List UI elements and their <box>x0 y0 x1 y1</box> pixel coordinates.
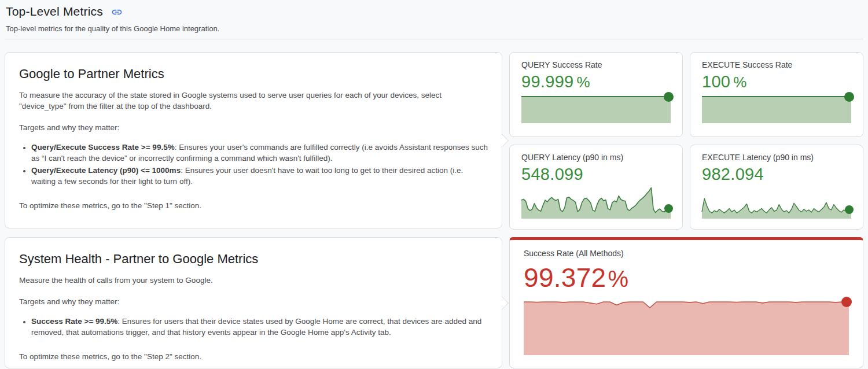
sparkline-chart <box>702 185 851 219</box>
metric-label: EXECUTE Success Rate <box>702 60 851 69</box>
card-intro-text: Measure the health of calls from your sy… <box>19 275 488 286</box>
targets-label: Targets and why they matter: <box>19 296 488 307</box>
dashboard-body: Google to Partner Metrics To measure the… <box>5 52 863 368</box>
sparkline-chart <box>521 97 671 123</box>
metric-number: 99.372 <box>524 262 606 293</box>
target-item: Success Rate >= 99.5%: Ensures for users… <box>31 316 488 338</box>
header-divider <box>5 39 863 39</box>
optimize-hint: To optimize these metrics, go to the "St… <box>19 200 488 211</box>
targets-label: Targets and why they matter: <box>19 122 488 133</box>
targets-list: Success Rate >= 99.5%: Ensures for users… <box>19 316 488 338</box>
metric-unit: % <box>608 266 629 292</box>
sparkline-current-dot <box>844 92 854 102</box>
page-header: Top-Level Metrics Top-level metrics for … <box>5 0 863 33</box>
card-title: Google to Partner Metrics <box>19 67 488 82</box>
metric-value: 100% <box>702 72 851 91</box>
target-item: Query/Execute Latency (p90) <= 1000ms: E… <box>31 165 488 187</box>
sparkline-current-dot <box>664 204 673 213</box>
target-item: Query/Execute Success Rate >= 99.5%: Ens… <box>31 142 488 164</box>
sparkline-chart <box>521 185 671 219</box>
metrics-column: QUERY Success Rate 99.999% EXECUTE Succe… <box>509 52 863 368</box>
anchor-link-icon[interactable] <box>111 6 123 18</box>
optimize-hint: To optimize these metrics, go to the "St… <box>19 351 488 362</box>
metric-number: 100 <box>702 72 730 91</box>
metric-label: EXECUTE Latency (p90 in ms) <box>702 153 851 162</box>
metric-grid: QUERY Success Rate 99.999% EXECUTE Succe… <box>509 52 863 230</box>
metric-card-execute-latency[interactable]: EXECUTE Latency (p90 in ms) 982.094 <box>690 145 863 230</box>
metric-card-execute-success-rate[interactable]: EXECUTE Success Rate 100% <box>690 52 863 137</box>
metric-number: 982.094 <box>702 165 764 184</box>
metric-value: 982.094 <box>702 165 851 184</box>
sparkline-chart <box>524 302 849 355</box>
targets-list: Query/Execute Success Rate >= 99.5%: Ens… <box>19 142 488 187</box>
metrics-dashboard: Top-Level Metrics Top-level metrics for … <box>0 0 868 368</box>
card-intro-text: To measure the accuracy of the state sto… <box>19 90 488 112</box>
description-column: Google to Partner Metrics To measure the… <box>5 52 502 368</box>
sparkline-current-dot <box>841 297 852 307</box>
metric-label: QUERY Success Rate <box>521 60 671 69</box>
metric-value: 99.999% <box>521 72 671 91</box>
card-title: System Health - Partner to Google Metric… <box>19 252 488 267</box>
metric-value: 548.099 <box>521 165 671 184</box>
card-google-to-partner-metrics: Google to Partner Metrics To measure the… <box>5 52 502 228</box>
page-title: Top-Level Metrics <box>6 5 103 19</box>
sparkline-chart <box>702 97 851 123</box>
card-system-health-metrics: System Health - Partner to Google Metric… <box>5 237 502 368</box>
metric-unit: % <box>733 73 746 91</box>
sparkline-current-dot <box>664 92 674 102</box>
metric-label: QUERY Latency (p90 in ms) <box>521 153 671 162</box>
metric-label: Success Rate (All Methods) <box>524 249 849 258</box>
page-subtitle: Top-level metrics for the quality of thi… <box>5 24 863 33</box>
callout-arrow <box>496 297 508 309</box>
metric-card-query-success-rate[interactable]: QUERY Success Rate 99.999% <box>509 52 683 137</box>
target-name: Success Rate >= 99.5% <box>31 317 117 326</box>
callout-arrow <box>496 134 508 146</box>
metric-unit: % <box>577 73 590 91</box>
metric-card-query-latency[interactable]: QUERY Latency (p90 in ms) 548.099 <box>509 145 683 230</box>
metric-number: 99.999 <box>521 72 574 91</box>
target-name: Query/Execute Latency (p90) <= 1000ms <box>31 166 181 175</box>
target-name: Query/Execute Success Rate >= 99.5% <box>31 143 175 152</box>
sparkline-current-dot <box>845 205 854 214</box>
metric-card-success-rate-all-methods[interactable]: Success Rate (All Methods) 99.372% <box>509 237 863 368</box>
metric-value: 99.372% <box>524 262 849 293</box>
metric-number: 548.099 <box>521 165 583 184</box>
